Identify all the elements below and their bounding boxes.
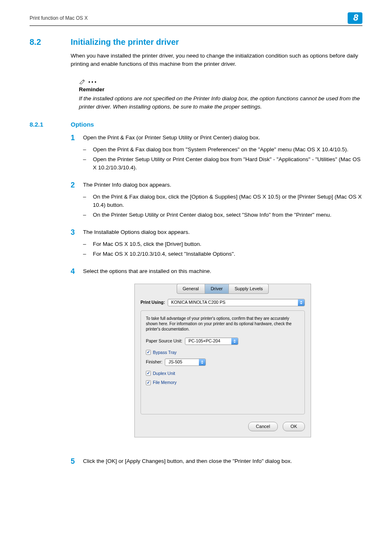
reminder-note: ... Reminder If the installed options ar… bbox=[79, 75, 362, 111]
note-icon: ... bbox=[79, 75, 362, 85]
bypass-checkbox[interactable]: ✓ bbox=[146, 350, 151, 355]
section-intro: When you have installed the printer driv… bbox=[71, 52, 362, 69]
step-number: 1 bbox=[71, 134, 83, 173]
duplex-label: Duplex Unit bbox=[153, 370, 175, 377]
tab-supply[interactable]: Supply Levels bbox=[229, 284, 269, 294]
printer-info-dialog: General Driver Supply Levels Print Using… bbox=[134, 284, 311, 437]
step-text: Select the options that are installed on… bbox=[83, 268, 211, 274]
tab-general[interactable]: General bbox=[177, 284, 205, 294]
step-sub: Open the Printer Setup Utility or Print … bbox=[93, 155, 362, 172]
step-number: 5 bbox=[71, 457, 83, 466]
tab-driver[interactable]: Driver bbox=[205, 284, 229, 294]
reminder-label: Reminder bbox=[79, 86, 362, 94]
step-text: The Printer Info dialog box appears. bbox=[83, 182, 171, 188]
step-number: 4 bbox=[71, 267, 83, 450]
cancel-button[interactable]: Cancel bbox=[248, 422, 278, 431]
paper-source-value: PC-105+PC-204 bbox=[185, 338, 231, 345]
step-sub: For Mac OS X 10.5, click the [Driver] bu… bbox=[93, 240, 201, 248]
finisher-select[interactable]: JS-505 bbox=[165, 358, 206, 366]
step-sub: On the Print & Fax dialog box, click the… bbox=[93, 193, 362, 210]
dialog-description: To take full advantage of your printer's… bbox=[146, 316, 300, 332]
dialog-tabs: General Driver Supply Levels bbox=[141, 284, 305, 294]
ok-button[interactable]: OK bbox=[283, 422, 305, 431]
step-text: Click the [OK] or [Apply Changes] button… bbox=[83, 458, 292, 464]
breadcrumb: Print function of Mac OS X bbox=[30, 15, 88, 21]
section-number: 8.2 bbox=[30, 37, 71, 47]
chapter-badge: 8 bbox=[348, 12, 362, 24]
print-using-value: KONICA MINOLTA C200 PS bbox=[168, 299, 298, 306]
step-number: 2 bbox=[71, 181, 83, 221]
filememory-checkbox[interactable]: ✓ bbox=[146, 380, 151, 385]
reminder-text: If the installed options are not specifi… bbox=[79, 95, 362, 111]
finisher-value: JS-505 bbox=[165, 359, 199, 365]
page-header: Print function of Mac OS X 8 bbox=[30, 12, 362, 26]
chevron-updown-icon bbox=[199, 359, 205, 365]
step-sub: Open the Print & Fax dialog box from "Sy… bbox=[93, 146, 348, 154]
subsection-title: Options bbox=[71, 121, 94, 128]
step-text: Open the Print & Fax (or Printer Setup U… bbox=[83, 134, 260, 141]
print-using-select[interactable]: KONICA MINOLTA C200 PS bbox=[168, 299, 305, 306]
step-number: 3 bbox=[71, 228, 83, 260]
chevron-updown-icon bbox=[298, 299, 304, 306]
paper-source-select[interactable]: PC-105+PC-204 bbox=[185, 338, 238, 345]
subsection-number: 8.2.1 bbox=[30, 121, 71, 128]
section-title: Initializing the printer driver bbox=[71, 37, 179, 47]
step-sub: On the Printer Setup Utility or Print Ce… bbox=[93, 211, 331, 219]
chevron-updown-icon bbox=[231, 338, 238, 345]
step-text: The Installable Options dialog box appea… bbox=[83, 229, 190, 235]
bypass-label: Bypass Tray bbox=[153, 349, 177, 356]
step-sub: For Mac OS X 10.2/10.3/10.4, select "Ins… bbox=[93, 250, 235, 258]
finisher-label: Finisher: bbox=[146, 358, 162, 365]
filememory-label: File Memory bbox=[153, 379, 177, 386]
duplex-checkbox[interactable]: ✓ bbox=[146, 371, 151, 376]
print-using-label: Print Using: bbox=[141, 299, 165, 306]
paper-source-label: Paper Source Unit: bbox=[146, 338, 182, 345]
